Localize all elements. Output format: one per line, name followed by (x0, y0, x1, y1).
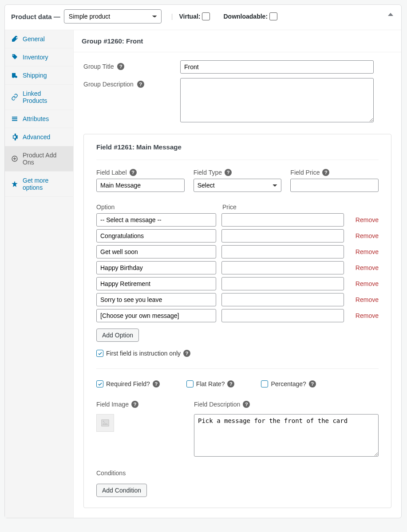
percentage-checkbox[interactable] (261, 380, 268, 387)
help-icon[interactable]: ? (130, 169, 137, 176)
field-desc-label: Field Description (194, 401, 240, 408)
tab-label: Inventory (23, 54, 48, 61)
tab-linked[interactable]: Linked Products (5, 85, 73, 110)
help-icon[interactable]: ? (153, 380, 160, 387)
options-list: RemoveRemoveRemoveRemoveRemoveRemoveRemo… (96, 213, 379, 322)
conditions-label: Conditions (96, 469, 379, 477)
plus-circle-icon (11, 155, 18, 162)
option-price-input[interactable] (221, 309, 344, 322)
option-price-input[interactable] (221, 229, 344, 243)
option-label-input[interactable] (96, 245, 216, 258)
group-desc-label: Group Description (83, 81, 134, 88)
remove-option-link[interactable]: Remove (356, 216, 379, 223)
remove-option-link[interactable]: Remove (356, 296, 379, 303)
field-price-input[interactable] (290, 179, 379, 192)
first-instruction-row[interactable]: First field is instruction only ? (96, 350, 379, 357)
group-heading: Group #1260: Front (74, 30, 401, 52)
remove-option-link[interactable]: Remove (356, 232, 379, 239)
virtual-label: Virtual: (179, 13, 201, 20)
option-label-input[interactable] (96, 277, 216, 290)
add-condition-button[interactable]: Add Condition (96, 484, 147, 497)
panel-content: Group #1260: Front Group Title? Group De… (74, 30, 401, 518)
help-icon[interactable]: ? (137, 81, 144, 88)
option-label-input[interactable] (96, 293, 216, 306)
field-card: Field #1261: Main Message Field Label? F… (83, 134, 391, 508)
field-label-label: Field Label (96, 169, 127, 176)
remove-option-link[interactable]: Remove (356, 312, 379, 319)
link-icon (11, 94, 18, 101)
remove-option-link[interactable]: Remove (356, 264, 379, 271)
field-heading: Field #1261: Main Message (96, 143, 379, 151)
product-type-select[interactable]: Simple product (64, 9, 162, 23)
star-icon (11, 180, 18, 188)
flat-rate-label: Flat Rate? (196, 380, 225, 387)
tab-label: Shipping (23, 72, 47, 79)
add-option-button[interactable]: Add Option (96, 329, 139, 342)
option-label-input[interactable] (96, 309, 216, 322)
option-label-input[interactable] (96, 261, 216, 274)
option-price-input[interactable] (221, 213, 344, 227)
tab-label: Get more options (23, 177, 67, 191)
help-icon[interactable]: ? (183, 350, 190, 357)
help-icon[interactable]: ? (131, 401, 138, 408)
percentage-row[interactable]: Percentage? ? (261, 380, 316, 387)
tab-inventory[interactable]: Inventory (5, 48, 73, 66)
option-price-input[interactable] (221, 245, 344, 258)
separator: | (171, 13, 173, 20)
field-label-input[interactable] (96, 179, 185, 192)
option-row: Remove (96, 309, 379, 322)
tab-label: Attributes (23, 115, 49, 122)
required-label: Required Field? (106, 380, 150, 387)
flat-rate-row[interactable]: Flat Rate? ? (186, 380, 235, 387)
option-price-input[interactable] (221, 261, 344, 274)
truck-icon (11, 72, 18, 79)
remove-option-link[interactable]: Remove (356, 280, 379, 287)
metabox-title: Product data — (11, 13, 60, 20)
group-title-input[interactable] (180, 60, 374, 74)
list-icon (11, 115, 18, 122)
percentage-label: Percentage? (271, 380, 306, 387)
price-header: Price (222, 203, 349, 211)
option-price-input[interactable] (221, 293, 344, 306)
option-header: Option (96, 203, 222, 211)
group-title-label: Group Title (83, 63, 114, 70)
help-icon[interactable]: ? (225, 169, 232, 176)
collapse-icon[interactable] (388, 13, 393, 16)
field-price-label: Field Price (290, 169, 320, 176)
tab-attributes[interactable]: Attributes (5, 110, 73, 128)
help-icon[interactable]: ? (322, 169, 329, 176)
option-label-input[interactable] (96, 229, 216, 243)
first-instruction-label: First field is instruction only (106, 350, 181, 357)
field-desc-textarea[interactable] (194, 414, 379, 457)
help-icon[interactable]: ? (227, 380, 234, 387)
remove-option-link[interactable]: Remove (356, 248, 379, 255)
tab-label: General (23, 35, 45, 43)
help-icon[interactable]: ? (309, 380, 316, 387)
tab-shipping[interactable]: Shipping (5, 66, 73, 85)
option-row: Remove (96, 229, 379, 243)
option-row: Remove (96, 293, 379, 306)
field-type-select[interactable]: Select (194, 179, 282, 192)
downloadable-checkbox[interactable] (269, 12, 277, 20)
required-row[interactable]: Required Field? ? (96, 380, 160, 387)
virtual-toggle[interactable]: Virtual: (179, 12, 210, 20)
tab-advanced[interactable]: Advanced (5, 128, 73, 146)
option-label-input[interactable] (96, 213, 216, 227)
tab-product-addons[interactable]: Product Add Ons (5, 146, 73, 172)
help-icon[interactable]: ? (117, 63, 124, 70)
flat-rate-checkbox[interactable] (186, 380, 194, 387)
field-type-label: Field Type (194, 169, 222, 176)
tab-get-more[interactable]: Get more options (5, 172, 73, 197)
help-icon[interactable]: ? (243, 401, 250, 408)
required-checkbox[interactable] (96, 380, 103, 387)
first-instruction-checkbox[interactable] (96, 350, 103, 357)
option-price-input[interactable] (221, 277, 344, 290)
tab-general[interactable]: General (5, 30, 73, 48)
virtual-checkbox[interactable] (202, 12, 210, 20)
downloadable-label: Downloadable: (223, 13, 268, 20)
image-placeholder[interactable] (96, 414, 114, 432)
group-desc-textarea[interactable] (180, 78, 374, 122)
product-data-tabs: General Inventory Shipping Linked Produc… (5, 30, 74, 518)
tag-icon (11, 54, 18, 61)
downloadable-toggle[interactable]: Downloadable: (223, 12, 277, 20)
